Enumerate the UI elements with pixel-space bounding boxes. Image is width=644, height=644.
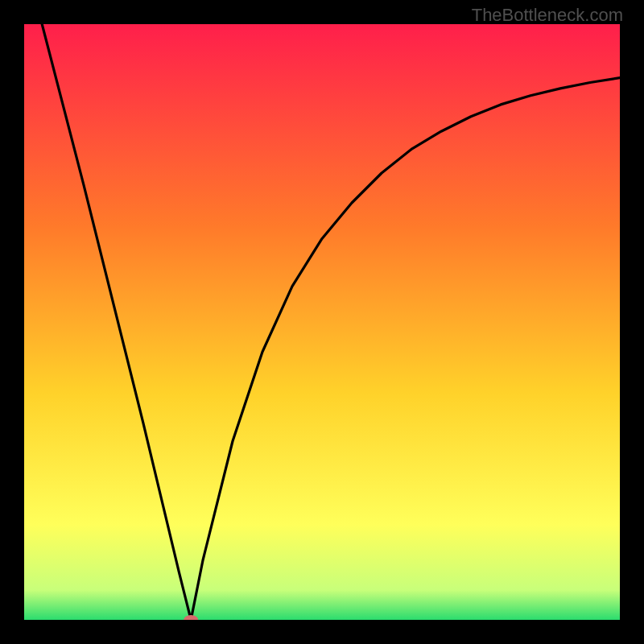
chart-svg: [24, 24, 620, 620]
chart-container: TheBottleneck.com: [0, 0, 644, 644]
plot-area: [24, 24, 620, 620]
gradient-background: [24, 24, 620, 620]
watermark-text: TheBottleneck.com: [472, 5, 623, 26]
